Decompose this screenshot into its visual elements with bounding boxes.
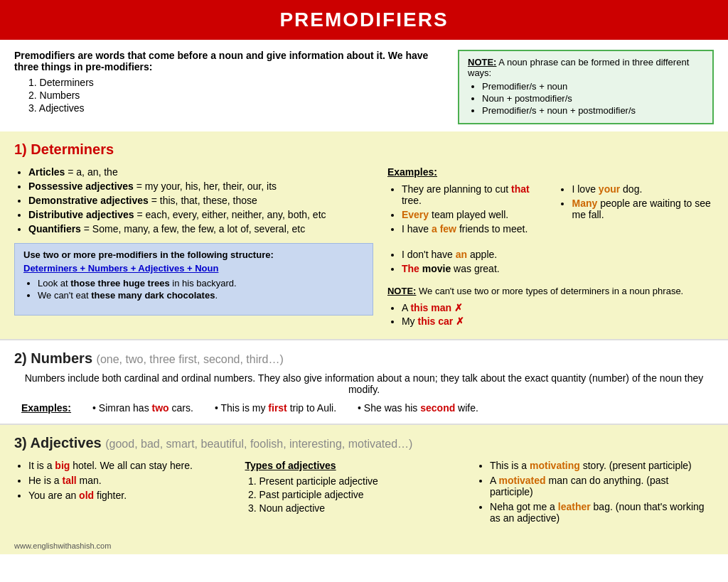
examples-cols: They are planning to cut that tree. Ever… <box>387 183 714 277</box>
section2-subtitle: (one, two, three first, second, third…) <box>97 353 284 365</box>
list-item: 3. Adjectives <box>28 102 444 114</box>
det-item: Articles = a, an, the <box>28 166 373 178</box>
adj-content: It is a big hotel. We all can stay here.… <box>14 460 714 527</box>
example-item: They are planning to cut that tree. <box>402 183 544 206</box>
det-items-list: Articles = a, an, the Possessive adjecti… <box>14 166 373 235</box>
adj-example: A motivated man can do anything. (past p… <box>490 475 714 497</box>
examples-title: Examples: <box>387 166 714 178</box>
cross-item: A this man ✗ <box>402 302 714 313</box>
section1-title: 1) Determiners <box>14 141 714 158</box>
adj-example: This is a motivating story. (present par… <box>490 460 714 471</box>
section-adjectives: 3) Adjectives (good, bad, smart, beautif… <box>0 424 728 537</box>
adj-left: It is a big hotel. We all can stay here.… <box>14 460 231 527</box>
intro-section: Premodifiers are words that come before … <box>0 40 728 131</box>
page-title: PREMODIFIERS <box>279 9 448 31</box>
structure-formula: Determiners + Numbers + Adjectives + Nou… <box>23 263 364 274</box>
section2-title: 2) Numbers (one, two, three first, secon… <box>14 350 714 367</box>
structure-box: Use two or more pre-modifiers in the fol… <box>14 243 373 316</box>
footer-text: www.englishwithashish.com <box>14 541 111 550</box>
structure-example: We can't eat these many dark chocolates. <box>38 290 364 301</box>
adj-example: Neha got me a leather bag. (noun that's … <box>490 501 714 524</box>
examples-col-right: I love your dog. Many people are waiting… <box>557 183 714 277</box>
section-determiners: 1) Determiners Articles = a, an, the Pos… <box>0 131 728 339</box>
adj-right: This is a motivating story. (present par… <box>476 460 714 527</box>
note-list: Premodifier/s + noun Noun + postmodifier… <box>468 81 704 116</box>
structure-title: Use two or more pre-modifiers in the fol… <box>23 249 364 260</box>
adj-item: You are an old fighter. <box>28 490 231 501</box>
adj-items-list: It is a big hotel. We all can stay here.… <box>14 460 231 501</box>
types-title: Types of adjectives <box>245 460 462 471</box>
intro-list: 1. Determiners 2. Numbers 3. Adjectives <box>14 77 444 114</box>
examples-list-right: I love your dog. Many people are waiting… <box>557 183 714 220</box>
section3-title: 3) Adjectives (good, bad, smart, beautif… <box>14 435 714 451</box>
adj-item: He is a tall man. <box>28 475 231 486</box>
det-content: Articles = a, an, the Possessive adjecti… <box>14 166 714 329</box>
adj-item: It is a big hotel. We all can stay here. <box>28 460 231 471</box>
section3-subtitle: (good, bad, smart, beautiful, foolish, i… <box>105 438 412 450</box>
structure-example: Look at those three huge trees in his ba… <box>38 278 364 289</box>
examples-label: Examples: <box>21 402 71 414</box>
adj-middle: Types of adjectives Present participle a… <box>245 460 462 527</box>
note-box: NOTE: A noun phrase can be formed in thr… <box>458 50 714 124</box>
intro-left: Premodifiers are words that come before … <box>14 50 444 115</box>
det-right: Examples: They are planning to cut that … <box>387 166 714 329</box>
example-item: I have a few friends to meet. <box>402 223 544 235</box>
det-item: Quantifiers = Some, many, a few, the few… <box>28 223 373 235</box>
example-item: • This is my first trip to Auli. <box>215 402 336 414</box>
footer: www.englishwithashish.com <box>0 537 728 554</box>
note-item: Premodifier/s + noun + postmodifier/s <box>482 105 704 116</box>
numbers-examples: Examples: • Simran has two cars. • This … <box>14 402 714 414</box>
numbers-body: Numbers include both cardinal and ordina… <box>14 372 714 395</box>
examples-col-left: They are planning to cut that tree. Ever… <box>387 183 544 277</box>
type-item: Present participle adjective <box>259 475 462 487</box>
det-item: Distributive adjectives = each, every, e… <box>28 209 373 220</box>
det-item: Possessive adjectives = my your, his, he… <box>28 180 373 192</box>
note-item: Premodifier/s + noun <box>482 81 704 92</box>
list-item: 2. Numbers <box>28 90 444 101</box>
example-item: I don't have an apple. <box>402 249 544 260</box>
structure-examples: Look at those three huge trees in his ba… <box>23 278 364 301</box>
examples-list-left: They are planning to cut that tree. Ever… <box>387 183 544 235</box>
example-item: Many people are waiting to see me fall. <box>572 198 714 220</box>
cross-list: A this man ✗ My this car ✗ <box>387 302 714 327</box>
cross-item: My this car ✗ <box>402 316 714 327</box>
type-item: Past participle adjective <box>259 489 462 500</box>
note-label: NOTE: <box>468 57 496 68</box>
example-item: • Simran has two cars. <box>92 402 193 414</box>
page-header: PREMODIFIERS <box>0 0 728 40</box>
types-list: Present participle adjective Past partic… <box>245 475 462 514</box>
example-item: The movie was great. <box>402 263 544 274</box>
section-numbers: 2) Numbers (one, two, three first, secon… <box>0 339 728 424</box>
det-left: Articles = a, an, the Possessive adjecti… <box>14 166 373 329</box>
note-inline: NOTE: We can't use two or more types of … <box>387 286 714 296</box>
intro-description: Premodifiers are words that come before … <box>14 50 444 72</box>
example-item: I love your dog. <box>572 183 714 195</box>
list-item: 1. Determiners <box>28 77 444 88</box>
adj-examples-list: This is a motivating story. (present par… <box>476 460 714 524</box>
det-item: Demonstrative adjectives = this, that, t… <box>28 195 373 206</box>
note-text: A noun phrase can be formed in three dif… <box>468 57 689 78</box>
note-item: Noun + postmodifier/s <box>482 93 704 104</box>
example-item: • She was his second wife. <box>358 402 478 414</box>
examples-list-left2: I don't have an apple. The movie was gre… <box>387 249 544 274</box>
type-item: Noun adjective <box>259 502 462 514</box>
example-item: Every team played well. <box>402 209 544 220</box>
